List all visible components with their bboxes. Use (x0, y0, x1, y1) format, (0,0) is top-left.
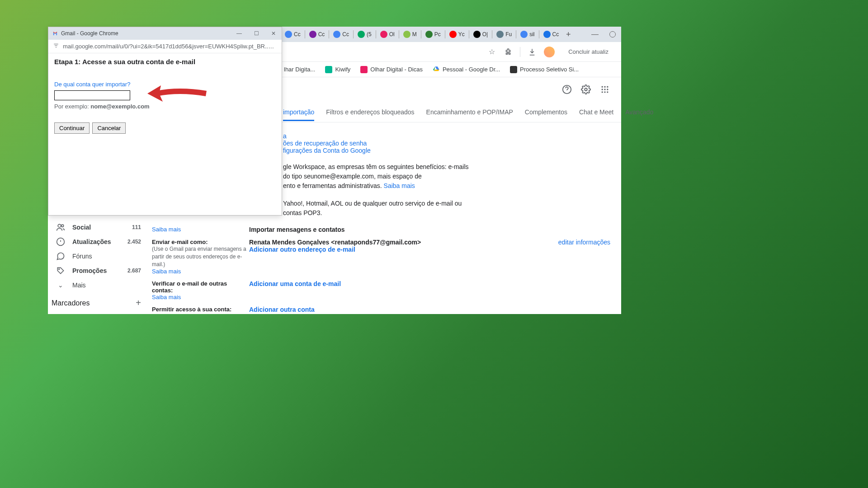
tab-label: (5 (367, 31, 372, 38)
browser-tab[interactable]: Fu (494, 31, 514, 38)
sidebar-more[interactable]: ⌄ Mais (48, 278, 147, 292)
help-icon[interactable] (561, 84, 572, 95)
check-other-title: Verificar o e-mail de outras contas: (152, 280, 227, 294)
add-delegate-account[interactable]: Adicionar outra conta (249, 306, 315, 313)
profile-avatar[interactable] (544, 47, 555, 57)
send-as-learn-more[interactable]: Saiba mais (152, 268, 181, 275)
header-actions (561, 84, 610, 95)
account-link-3[interactable]: figurações da Conta do Google (283, 147, 621, 154)
tab-label: Cc (294, 31, 301, 38)
popup-window-controls: — ☐ ✕ (235, 30, 278, 37)
tab-separator (516, 30, 516, 38)
cancel-button[interactable]: Cancelar (92, 122, 126, 134)
bookmark-item[interactable]: Pessoal - Google Dr... (433, 66, 500, 73)
browser-tab[interactable]: Cc (541, 31, 562, 38)
browser-tab[interactable]: Cc (330, 31, 352, 38)
tab-separator (421, 30, 421, 38)
browser-tab[interactable]: Yc (447, 31, 467, 38)
tab-favicon (449, 31, 457, 38)
tag-icon (56, 266, 65, 275)
browser-tab[interactable]: sil (518, 31, 537, 38)
svg-point-10 (607, 91, 608, 93)
add-email-account[interactable]: Adicionar uma conta de e-mail (249, 280, 341, 287)
account-link-2[interactable]: ões de recuperação de senha (283, 140, 621, 147)
popup-close-icon[interactable]: ✕ (269, 30, 278, 37)
svg-point-14 (59, 269, 60, 270)
svg-point-8 (602, 91, 603, 93)
sidebar-item-label: Social (72, 224, 91, 231)
settings-gear-icon[interactable] (580, 84, 591, 95)
settings-tab[interactable]: importação (283, 108, 314, 121)
download-icon[interactable] (528, 47, 537, 56)
new-tab-button[interactable]: + (563, 29, 574, 40)
bookmark-item[interactable]: Processo Seletivo Si... (510, 66, 579, 73)
continue-button[interactable]: Continuar (54, 122, 90, 134)
tab-label: Cc (342, 31, 349, 38)
tab-separator (445, 30, 445, 38)
popup-titlebar[interactable]: Gmail - Google Chrome — ☐ ✕ (48, 27, 282, 40)
bookmark-label: Olhar Digital - Dicas (370, 66, 423, 73)
tab-separator (469, 30, 469, 38)
sidebar-category[interactable]: Fóruns (48, 249, 147, 263)
bookmark-item[interactable]: Kiwify (325, 66, 350, 73)
browser-tab[interactable]: Pc (423, 31, 443, 38)
sidebar-count: 2.452 (127, 239, 141, 245)
sidebar-category[interactable]: Promoções2.687 (48, 263, 147, 278)
row-grant-access: Permitir acesso à sua conta: (Permite qu… (147, 306, 621, 314)
settings-tab[interactable]: Encaminhamento e POP/IMAP (426, 108, 513, 121)
bookmark-item[interactable]: Olhar Digital - Dicas (360, 66, 423, 73)
settings-tab[interactable]: Avançado (625, 108, 653, 121)
browser-tab[interactable]: O| (471, 31, 491, 38)
account-link-1[interactable]: a (283, 132, 621, 140)
tab-label: O| (482, 31, 488, 38)
sidebar-category[interactable]: Social111 (48, 220, 147, 235)
browser-tab[interactable]: Ol (377, 31, 397, 38)
apps-grid-icon[interactable] (599, 84, 610, 95)
import-learn-more[interactable]: Saiba mais (152, 226, 181, 233)
window-controls: — (586, 27, 621, 42)
settings-tab[interactable]: Complementos (525, 108, 567, 121)
chevron-down-icon: ⌄ (56, 281, 65, 290)
bookmark-icon (325, 66, 332, 73)
add-send-as-address[interactable]: Adicionar outro endereço de e-mail (249, 246, 355, 253)
send-as-identity: Renata Mendes Gonçalves <renataponds77@g… (249, 239, 421, 246)
workspace-learn-more[interactable]: Saiba mais (384, 182, 415, 189)
popup-minimize-icon[interactable]: — (235, 30, 244, 37)
svg-point-7 (607, 89, 608, 90)
update-button[interactable]: Concluir atualiz (562, 46, 615, 58)
svg-point-1 (585, 88, 587, 91)
popup-address-bar: mail.google.com/mail/u/0/?ui=2&ik=5417d1… (48, 40, 282, 53)
gmail-icon (52, 30, 58, 37)
labels-title: Marcadores (52, 299, 90, 307)
maximize-icon[interactable] (609, 31, 616, 38)
browser-tab[interactable]: M (401, 31, 420, 38)
check-other-learn-more[interactable]: Saiba mais (152, 294, 181, 300)
example-text: Por exemplo: nome@exemplo.com (54, 103, 276, 110)
site-info-icon[interactable] (53, 42, 59, 50)
star-icon[interactable]: ☆ (487, 47, 496, 56)
tab-favicon (333, 31, 340, 38)
tab-favicon (520, 31, 528, 38)
grant-access-subtitle: (Permite que outros leiam e enviem e-mai… (152, 313, 249, 314)
tab-label: sil (529, 31, 534, 38)
popup-maximize-icon[interactable]: ☐ (252, 30, 261, 37)
import-contacts-action[interactable]: Importar mensagens e contatos (249, 226, 345, 233)
popup-title: Gmail - Google Chrome (61, 30, 118, 37)
browser-tab[interactable]: (5 (355, 31, 374, 38)
bookmark-label: lhar Digita... (284, 66, 315, 73)
send-as-title: Enviar e-mail como: (152, 239, 208, 245)
sidebar-item-label: Promoções (72, 267, 107, 274)
minimize-icon[interactable]: — (591, 30, 599, 38)
add-label-icon[interactable]: + (136, 298, 141, 308)
sidebar-category[interactable]: Atualizações2.452 (48, 235, 147, 249)
browser-tab[interactable]: Cc (307, 31, 328, 38)
settings-tab[interactable]: Chat e Meet (579, 108, 613, 121)
browser-tab[interactable]: Cc (282, 31, 303, 38)
tab-label: Fu (505, 31, 512, 38)
extensions-icon[interactable] (504, 47, 513, 56)
import-email-field[interactable] (54, 90, 130, 100)
settings-tab[interactable]: Filtros e endereços bloqueados (326, 108, 414, 121)
tab-label: Ol (389, 31, 395, 38)
edit-info-link[interactable]: editar informações (558, 239, 621, 246)
popup-body: Etapa 1: Acesse a sua outra conta de e-m… (48, 53, 282, 138)
